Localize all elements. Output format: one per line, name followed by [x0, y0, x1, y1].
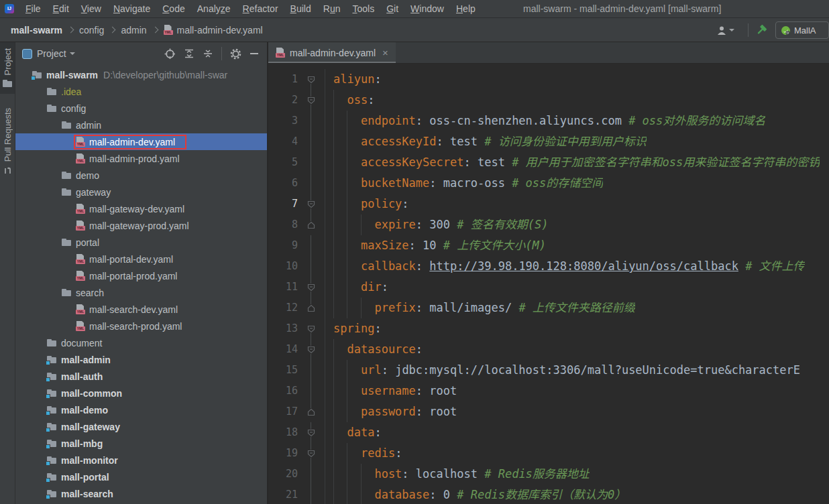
build-hammer-icon[interactable] — [755, 24, 767, 36]
code-line-20[interactable]: 20host: localhost # Redis服务器地址 — [268, 464, 829, 485]
breadcrumb-item-admin[interactable]: admin — [121, 25, 146, 36]
code-editor[interactable]: 1aliyun:2oss:3endpoint: oss-cn-shenzhen.… — [268, 64, 829, 504]
run-configuration-selector[interactable]: MallA — [775, 21, 829, 39]
menu-item-analyze[interactable]: Analyze — [191, 0, 237, 17]
tree-chevron-expanded[interactable] — [19, 74, 32, 76]
tree-chevron-expanded[interactable] — [49, 292, 61, 294]
user-account-button[interactable] — [716, 25, 734, 36]
fold-marker-icon[interactable] — [298, 214, 325, 235]
tree-chevron-collapsed[interactable] — [34, 492, 46, 496]
hide-panel-icon[interactable] — [250, 49, 259, 58]
tree-row-portal[interactable]: portal — [15, 234, 267, 251]
breadcrumb-item-config[interactable]: config — [79, 25, 104, 36]
tree-row-mall-portal-prod.yaml[interactable]: YMLmall-portal-prod.yaml — [15, 267, 267, 284]
code-line-18[interactable]: 18data: — [268, 422, 829, 443]
collapse-all-icon[interactable] — [203, 48, 213, 59]
project-view-selector[interactable]: Project — [37, 48, 66, 59]
code-line-4[interactable]: 4accessKeyId: test # 访问身份验证中用到用户标识 — [268, 131, 829, 152]
menu-item-navigate[interactable]: Navigate — [107, 0, 156, 17]
tree-row-search[interactable]: search — [15, 284, 267, 301]
fold-marker-icon[interactable] — [298, 339, 325, 360]
fold-marker-icon[interactable] — [298, 298, 325, 318]
menu-item-refactor[interactable]: Refactor — [237, 0, 284, 17]
tree-row-mall-portal-dev.yaml[interactable]: YMLmall-portal-dev.yaml — [15, 251, 267, 267]
tree-chevron-collapsed[interactable] — [34, 408, 46, 412]
code-line-14[interactable]: 14datasource: — [268, 339, 829, 360]
tree-chevron-collapsed[interactable] — [34, 341, 46, 345]
tree-chevron-collapsed[interactable] — [49, 174, 61, 178]
tool-window-button-pull-requests[interactable]: Pull Requests — [0, 102, 15, 184]
tree-chevron-expanded[interactable] — [49, 191, 61, 194]
tree-row-document[interactable]: document — [15, 334, 267, 351]
code-line-12[interactable]: 12prefix: mall/images/ # 上传文件夹路径前缀 — [268, 298, 829, 318]
tree-chevron-expanded[interactable] — [34, 107, 46, 110]
fold-marker-icon[interactable] — [298, 422, 325, 443]
tree-row-.idea[interactable]: .idea — [15, 83, 267, 100]
menu-item-git[interactable]: Git — [380, 0, 404, 17]
code-line-9[interactable]: 9maxSize: 10 # 上传文件大小(M) — [268, 235, 829, 256]
code-line-16[interactable]: 16username: root — [268, 381, 829, 401]
menu-item-file[interactable]: File — [19, 0, 47, 17]
close-icon[interactable]: × — [382, 47, 388, 58]
tree-chevron-collapsed[interactable] — [34, 475, 46, 479]
fold-marker-icon[interactable] — [298, 90, 325, 111]
tree-row-mall-gateway[interactable]: mall-gateway — [15, 418, 267, 435]
fold-marker-icon[interactable] — [298, 443, 325, 464]
code-line-7[interactable]: 7policy: — [268, 194, 829, 214]
tree-chevron-collapsed[interactable] — [34, 375, 46, 379]
fold-marker-icon[interactable] — [298, 277, 325, 298]
expand-all-icon[interactable] — [184, 48, 195, 59]
breadcrumb-item-mall-swarm[interactable]: mall-swarm — [11, 25, 62, 36]
tree-row-mall-admin-dev.yaml[interactable]: YMLmall-admin-dev.yaml — [15, 133, 267, 150]
code-line-13[interactable]: 13spring: — [268, 318, 829, 339]
locate-icon[interactable] — [164, 48, 176, 60]
code-line-3[interactable]: 3endpoint: oss-cn-shenzhen.aliyuncs.com … — [268, 111, 829, 131]
code-line-1[interactable]: 1aliyun: — [268, 69, 829, 90]
tree-chevron-collapsed[interactable] — [34, 425, 46, 429]
tree-row-mall-search-prod.yaml[interactable]: YMLmall-search-prod.yaml — [15, 318, 267, 334]
tree-chevron-collapsed[interactable] — [34, 90, 46, 94]
tree-chevron-collapsed[interactable] — [34, 358, 46, 362]
code-line-17[interactable]: 17password: root — [268, 401, 829, 422]
fold-marker-icon[interactable] — [298, 401, 325, 422]
menu-item-code[interactable]: Code — [156, 0, 191, 17]
code-line-15[interactable]: 15url: jdbc:mysql://localhost:3306/mall?… — [268, 360, 829, 381]
menu-item-tools[interactable]: Tools — [346, 0, 380, 17]
tree-chevron-expanded[interactable] — [49, 124, 61, 127]
tree-row-gateway[interactable]: gateway — [15, 184, 267, 200]
menu-item-window[interactable]: Window — [404, 0, 450, 17]
menu-item-view[interactable]: View — [75, 0, 107, 17]
settings-gear-icon[interactable] — [230, 48, 241, 60]
code-line-11[interactable]: 11dir: — [268, 277, 829, 298]
tree-row-mall-admin-prod.yaml[interactable]: YMLmall-admin-prod.yaml — [15, 150, 267, 167]
tree-chevron-collapsed[interactable] — [34, 458, 46, 462]
tree-row-mall-portal[interactable]: mall-portal — [15, 468, 267, 485]
menu-item-run[interactable]: Run — [317, 0, 347, 17]
tree-row-mall-search[interactable]: mall-search — [15, 485, 267, 502]
fold-marker-icon[interactable] — [298, 69, 325, 90]
tree-row-mall-admin[interactable]: mall-admin — [15, 351, 267, 368]
tree-row-mall-swarm[interactable]: mall-swarmD:\developer\github\mall-swar — [15, 66, 267, 83]
tree-row-mall-search-dev.yaml[interactable]: YMLmall-search-dev.yaml — [15, 301, 267, 318]
tree-row-demo[interactable]: demo — [15, 167, 267, 184]
tree-row-mall-gateway-dev.yaml[interactable]: YMLmall-gateway-dev.yaml — [15, 200, 267, 217]
editor-tab-mall-admin-dev[interactable]: YML mall-admin-dev.yaml × — [268, 42, 396, 63]
code-line-10[interactable]: 10callback: http://39.98.190.128:8080/al… — [268, 256, 829, 277]
code-line-19[interactable]: 19redis: — [268, 443, 829, 464]
code-line-8[interactable]: 8expire: 300 # 签名有效期(S) — [268, 214, 829, 235]
menu-item-edit[interactable]: Edit — [47, 0, 75, 17]
code-line-6[interactable]: 6bucketName: macro-oss # oss的存储空间 — [268, 173, 829, 194]
tree-row-mall-common[interactable]: mall-common — [15, 385, 267, 401]
tree-row-mall-demo[interactable]: mall-demo — [15, 401, 267, 418]
breadcrumb-item-mall-admin-dev.yaml[interactable]: mall-admin-dev.yaml — [177, 25, 263, 36]
tree-row-mall-auth[interactable]: mall-auth — [15, 368, 267, 385]
tree-row-mall-monitor[interactable]: mall-monitor — [15, 452, 267, 468]
tree-row-config[interactable]: config — [15, 100, 267, 117]
tree-row-admin[interactable]: admin — [15, 117, 267, 133]
fold-marker-icon[interactable] — [298, 194, 325, 214]
code-line-5[interactable]: 5accessKeySecret: test # 用户用于加密签名字符串和oss… — [268, 152, 829, 173]
tree-chevron-collapsed[interactable] — [34, 391, 46, 395]
tool-window-button-project[interactable]: Project — [0, 42, 15, 94]
code-line-2[interactable]: 2oss: — [268, 90, 829, 111]
code-line-21[interactable]: 21database: 0 # Redis数据库索引（默认为0） — [268, 485, 829, 504]
